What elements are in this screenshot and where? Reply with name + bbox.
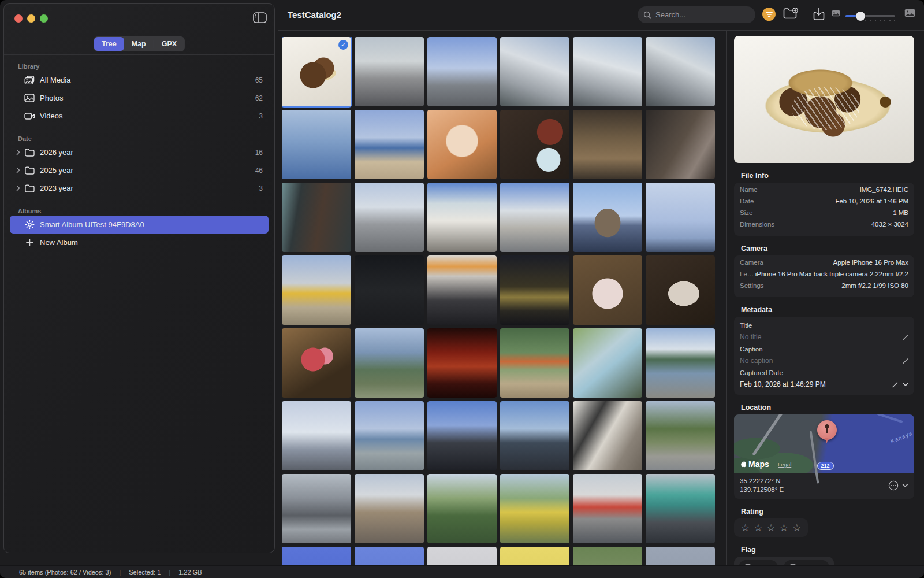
- star-2[interactable]: ☆: [754, 522, 762, 533]
- sidebar-item-2023-year[interactable]: 2023 year 3: [10, 179, 269, 197]
- new-album-button[interactable]: New Album: [10, 234, 269, 251]
- photo-thumbnail-31[interactable]: [282, 401, 351, 470]
- edit-caption-icon[interactable]: [902, 358, 908, 364]
- tab-gpx[interactable]: GPX: [154, 37, 184, 51]
- photo-thumbnail-19[interactable]: [282, 255, 351, 325]
- photo-thumbnail-23[interactable]: [573, 255, 642, 325]
- photo-thumbnail-17[interactable]: [573, 183, 642, 252]
- chevron-right-icon[interactable]: [13, 167, 23, 173]
- photo-thumbnail-36[interactable]: [646, 401, 715, 470]
- legal-link[interactable]: Legal: [778, 461, 791, 468]
- reject-button[interactable]: Reject: [784, 560, 829, 565]
- items-count-text: 65 items (Photos: 62 / Videos: 3): [19, 569, 111, 576]
- star-4[interactable]: ☆: [780, 522, 788, 533]
- photo-thumbnail-12[interactable]: [646, 110, 715, 179]
- photo-thumbnail-11[interactable]: [573, 110, 642, 179]
- chevron-right-icon[interactable]: [13, 149, 23, 155]
- sidebar-item-smart-album[interactable]: Smart Album UITest 94F9D8A0: [10, 216, 269, 234]
- pick-button[interactable]: Pick: [739, 560, 778, 565]
- slider-thumb[interactable]: [856, 12, 865, 21]
- tab-map[interactable]: Map: [124, 37, 154, 51]
- search-input[interactable]: [655, 10, 742, 19]
- photo-thumbnail-2[interactable]: [355, 37, 424, 106]
- photo-thumbnail-26[interactable]: [355, 328, 424, 398]
- camera-row-lens: Le…iPhone 16 Pro Max back triple camera …: [740, 271, 908, 282]
- photo-thumbnail-43[interactable]: [282, 547, 351, 565]
- photo-thumbnail-9[interactable]: [427, 110, 497, 179]
- photo-thumbnail-38[interactable]: [355, 474, 424, 543]
- photo-thumbnail-3[interactable]: [427, 37, 497, 106]
- location-map[interactable]: Maps Legal 212 Kanaya: [734, 414, 914, 473]
- sidebar-toggle-icon[interactable]: [253, 12, 267, 23]
- photo-thumbnail-22[interactable]: [500, 255, 569, 325]
- search-field[interactable]: [638, 6, 755, 23]
- info-row-date: DateFeb 10, 2026 at 1:46 PM: [740, 198, 908, 209]
- photo-thumbnail-1[interactable]: ✓: [282, 37, 351, 106]
- star-1[interactable]: ☆: [741, 522, 750, 533]
- photo-thumbnail-14[interactable]: [355, 183, 424, 252]
- photo-thumbnail-32[interactable]: [355, 401, 424, 470]
- photo-thumbnail-48[interactable]: [646, 547, 715, 565]
- photo-thumbnail-34[interactable]: [500, 401, 569, 470]
- photo-thumbnail-40[interactable]: [500, 474, 569, 543]
- thumbnail-size-slider[interactable]: [845, 12, 895, 21]
- photo-thumbnail-35[interactable]: [573, 401, 642, 470]
- photo-thumbnail-15[interactable]: [427, 183, 497, 252]
- photo-thumbnail-18[interactable]: [646, 183, 715, 252]
- edit-title-icon[interactable]: [902, 334, 908, 340]
- flag-heading: Flag: [741, 546, 914, 554]
- photo-thumbnail-24[interactable]: [646, 255, 715, 325]
- photo-thumbnail-20[interactable]: [355, 255, 424, 325]
- filter-button[interactable]: [762, 8, 776, 21]
- photo-thumbnail-10[interactable]: [500, 110, 569, 179]
- photo-thumbnail-44[interactable]: [355, 547, 424, 565]
- captured-date-value[interactable]: Feb 10, 2026 at 1:46:29 PM: [740, 380, 826, 388]
- photo-thumbnail-5[interactable]: [573, 37, 642, 106]
- import-button[interactable]: [813, 8, 825, 21]
- photo-thumbnail-42[interactable]: [646, 474, 715, 543]
- sidebar-item-2026-year[interactable]: 2026 year 16: [10, 143, 269, 161]
- all-media-icon: [23, 76, 36, 85]
- new-folder-button[interactable]: [783, 8, 798, 20]
- photo-thumbnail-37[interactable]: [282, 474, 351, 543]
- photo-thumbnail-29[interactable]: [573, 328, 642, 398]
- photo-thumbnail-6[interactable]: [646, 37, 715, 106]
- caption-value[interactable]: No caption: [740, 357, 773, 365]
- sidebar-item-all-media[interactable]: All Media 65: [10, 71, 269, 89]
- photo-thumbnail-25[interactable]: [282, 328, 351, 398]
- star-5[interactable]: ☆: [792, 522, 801, 533]
- photo-thumbnail-39[interactable]: [427, 474, 497, 543]
- photo-preview[interactable]: [734, 36, 914, 163]
- photo-thumbnail-27[interactable]: [427, 328, 497, 398]
- minimize-button[interactable]: [27, 14, 35, 23]
- edit-captured-date-icon[interactable]: [892, 381, 898, 388]
- camera-group: CameraApple iPhone 16 Pro Max Le…iPhone …: [734, 255, 914, 297]
- sidebar-item-videos[interactable]: Videos 3: [10, 107, 269, 125]
- sidebar-item-photos[interactable]: Photos 62: [10, 89, 269, 107]
- chevron-right-icon[interactable]: [13, 185, 23, 191]
- photo-thumbnail-41[interactable]: [573, 474, 642, 543]
- slider-ticks: [865, 20, 895, 21]
- close-button[interactable]: [14, 14, 23, 23]
- photo-thumbnail-47[interactable]: [573, 547, 642, 565]
- photo-thumbnail-8[interactable]: [355, 110, 424, 179]
- photo-thumbnail-30[interactable]: [646, 328, 715, 398]
- location-chevron-down-icon[interactable]: [902, 483, 908, 488]
- photo-thumbnail-46[interactable]: [500, 547, 569, 565]
- photo-thumbnail-21[interactable]: [427, 255, 497, 325]
- section-title-date: Date: [18, 135, 262, 142]
- sidebar-item-2025-year[interactable]: 2025 year 46: [10, 161, 269, 179]
- title-value[interactable]: No title: [740, 333, 761, 341]
- tab-tree[interactable]: Tree: [94, 37, 124, 51]
- photo-thumbnail-33[interactable]: [427, 401, 497, 470]
- photo-thumbnail-16[interactable]: [500, 183, 569, 252]
- photo-thumbnail-28[interactable]: [500, 328, 569, 398]
- photo-thumbnail-4[interactable]: [500, 37, 569, 106]
- location-more-button[interactable]: [888, 480, 899, 491]
- chevron-down-icon[interactable]: [903, 383, 908, 387]
- star-3[interactable]: ☆: [767, 522, 776, 533]
- photo-thumbnail-7[interactable]: [282, 110, 351, 179]
- photo-thumbnail-13[interactable]: [282, 183, 351, 252]
- photo-thumbnail-45[interactable]: [427, 547, 497, 565]
- zoom-button[interactable]: [40, 14, 48, 23]
